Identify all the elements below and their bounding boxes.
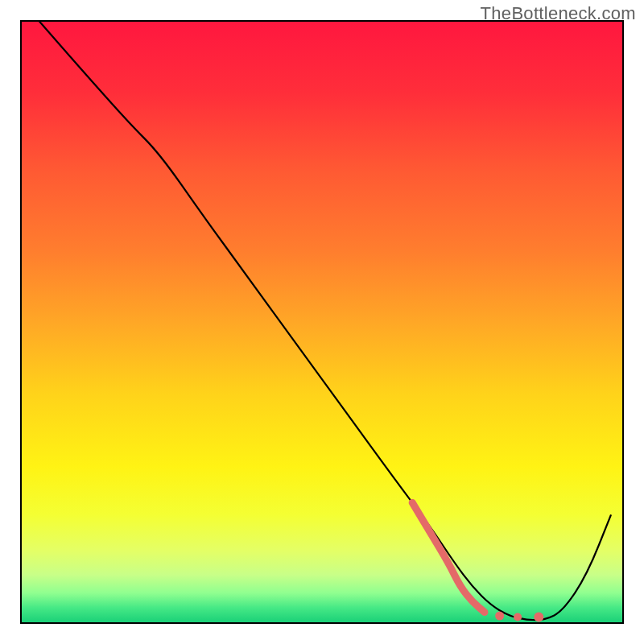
bottleneck-chart bbox=[0, 0, 644, 644]
chart-stage: TheBottleneck.com bbox=[0, 0, 644, 644]
marker-2 bbox=[514, 613, 522, 621]
watermark-text: TheBottleneck.com bbox=[481, 3, 636, 24]
marker-1 bbox=[495, 612, 504, 621]
gradient-background bbox=[21, 21, 623, 623]
marker-3 bbox=[534, 613, 543, 622]
